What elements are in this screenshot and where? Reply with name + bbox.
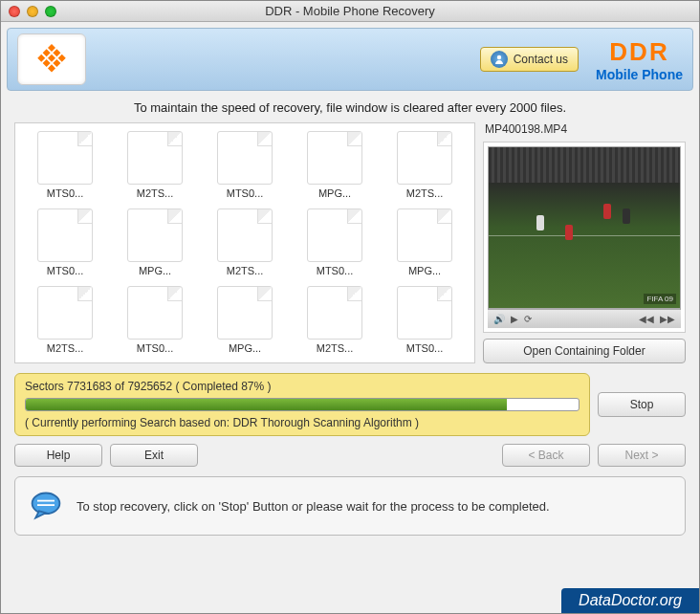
next-button[interactable]: Next > bbox=[598, 444, 686, 467]
file-item[interactable]: MTS0... bbox=[383, 286, 467, 354]
file-icon bbox=[217, 286, 273, 340]
header-banner: Contact us DDR Mobile Phone bbox=[7, 28, 693, 91]
video-controls: 🔊 ▶ ⟳ ◀◀ ▶▶ bbox=[488, 309, 681, 328]
file-label: M2TS... bbox=[121, 187, 188, 199]
app-logo bbox=[17, 33, 86, 85]
file-item[interactable]: M2TS... bbox=[203, 208, 287, 276]
preview-image[interactable]: FIFA 09 bbox=[488, 146, 681, 309]
file-label: MTS0... bbox=[391, 342, 458, 354]
file-icon bbox=[217, 131, 273, 185]
preview-watermark: FIFA 09 bbox=[644, 294, 676, 304]
preview-filename: MP400198.MP4 bbox=[483, 122, 686, 136]
svg-rect-2 bbox=[58, 55, 66, 62]
file-icon bbox=[37, 208, 93, 262]
prev-icon[interactable]: ◀◀ bbox=[639, 314, 654, 324]
file-item[interactable]: MTS0... bbox=[203, 131, 287, 199]
svg-rect-0 bbox=[48, 44, 55, 52]
file-icon bbox=[397, 131, 452, 185]
titlebar: DDR - Mobile Phone Recovery bbox=[1, 1, 699, 22]
chat-bubble-icon bbox=[29, 489, 63, 523]
window-controls bbox=[9, 6, 56, 17]
file-label: M2TS... bbox=[211, 265, 278, 276]
file-icon bbox=[127, 131, 183, 185]
sectors-line: Sectors 7731683 of 7925652 ( Completed 8… bbox=[25, 380, 580, 393]
file-item[interactable]: M2TS... bbox=[113, 131, 197, 199]
file-label: MPG... bbox=[211, 342, 278, 354]
progress-status: Sectors 7731683 of 7925652 ( Completed 8… bbox=[14, 373, 590, 436]
next-icon[interactable]: ▶▶ bbox=[660, 314, 675, 324]
svg-rect-8 bbox=[48, 64, 55, 72]
file-label: MTS0... bbox=[32, 187, 98, 199]
app-window: DDR - Mobile Phone Recovery Contact us D… bbox=[0, 0, 700, 614]
file-icon bbox=[217, 208, 273, 262]
file-label: M2TS... bbox=[301, 342, 368, 354]
file-icon bbox=[307, 208, 362, 262]
svg-rect-3 bbox=[43, 49, 51, 56]
tip-text: To stop recovery, click on 'Stop' Button… bbox=[77, 499, 550, 514]
minimize-icon[interactable] bbox=[27, 6, 38, 17]
file-icon bbox=[127, 208, 183, 262]
file-item[interactable]: MPG... bbox=[113, 208, 197, 276]
file-label: M2TS... bbox=[391, 187, 458, 199]
file-item[interactable]: MPG... bbox=[293, 131, 377, 199]
svg-rect-5 bbox=[53, 59, 60, 67]
open-folder-button[interactable]: Open Containing Folder bbox=[483, 339, 686, 363]
file-label: MPG... bbox=[301, 187, 368, 199]
tip-box: To stop recovery, click on 'Stop' Button… bbox=[14, 476, 686, 536]
close-icon[interactable] bbox=[9, 6, 20, 17]
file-label: MTS0... bbox=[211, 187, 278, 199]
stop-button[interactable]: Stop bbox=[598, 392, 686, 417]
loop-icon[interactable]: ⟳ bbox=[524, 314, 532, 324]
notice-text: To maintain the speed of recovery, file … bbox=[14, 100, 686, 115]
footer-brand: DataDoctor.org bbox=[561, 588, 699, 613]
progress-fill bbox=[26, 399, 507, 410]
file-label: M2TS... bbox=[32, 342, 98, 354]
file-icon bbox=[307, 131, 362, 185]
file-item[interactable]: MTS0... bbox=[113, 286, 197, 354]
exit-button[interactable]: Exit bbox=[110, 444, 198, 467]
file-icon bbox=[307, 286, 362, 340]
file-item[interactable]: M2TS... bbox=[383, 131, 467, 199]
file-label: MTS0... bbox=[121, 342, 188, 354]
file-item[interactable]: MTS0... bbox=[23, 131, 107, 199]
file-grid-panel: MTS0...M2TS...MTS0...MPG...M2TS...MTS0..… bbox=[14, 122, 475, 363]
file-icon bbox=[397, 208, 452, 262]
file-label: MTS0... bbox=[301, 265, 368, 276]
file-icon bbox=[37, 131, 93, 185]
svg-rect-4 bbox=[48, 55, 55, 62]
file-item[interactable]: MPG... bbox=[383, 208, 467, 276]
file-icon bbox=[127, 286, 183, 340]
maximize-icon[interactable] bbox=[45, 6, 56, 17]
logo-icon bbox=[33, 41, 70, 77]
svg-rect-1 bbox=[53, 49, 60, 56]
volume-icon[interactable]: 🔊 bbox=[493, 314, 505, 324]
preview-panel: FIFA 09 🔊 ▶ ⟳ ◀◀ ▶▶ bbox=[483, 142, 686, 333]
algorithm-line: ( Currently performing Search based on: … bbox=[25, 416, 580, 429]
window-title: DDR - Mobile Phone Recovery bbox=[1, 4, 699, 18]
help-button[interactable]: Help bbox=[14, 444, 102, 467]
file-label: MPG... bbox=[121, 265, 188, 276]
brand-block: DDR Mobile Phone bbox=[596, 37, 683, 82]
file-item[interactable]: M2TS... bbox=[293, 286, 377, 354]
file-item[interactable]: M2TS... bbox=[23, 286, 107, 354]
person-icon bbox=[491, 51, 508, 68]
svg-point-10 bbox=[33, 493, 60, 515]
svg-rect-7 bbox=[43, 59, 51, 67]
file-item[interactable]: MTS0... bbox=[23, 208, 107, 276]
progress-bar bbox=[25, 398, 580, 411]
file-label: MPG... bbox=[391, 265, 458, 276]
play-icon[interactable]: ▶ bbox=[511, 314, 518, 324]
file-item[interactable]: MTS0... bbox=[293, 208, 377, 276]
file-icon bbox=[397, 286, 452, 340]
svg-point-9 bbox=[496, 55, 500, 59]
file-item[interactable]: MPG... bbox=[203, 286, 287, 354]
contact-us-button[interactable]: Contact us bbox=[480, 47, 579, 72]
brand-main: DDR bbox=[596, 37, 683, 67]
file-icon bbox=[37, 286, 93, 340]
svg-rect-6 bbox=[37, 55, 45, 62]
contact-label: Contact us bbox=[514, 53, 568, 66]
brand-sub: Mobile Phone bbox=[596, 67, 683, 82]
file-label: MTS0... bbox=[32, 265, 98, 276]
back-button[interactable]: < Back bbox=[502, 444, 590, 467]
